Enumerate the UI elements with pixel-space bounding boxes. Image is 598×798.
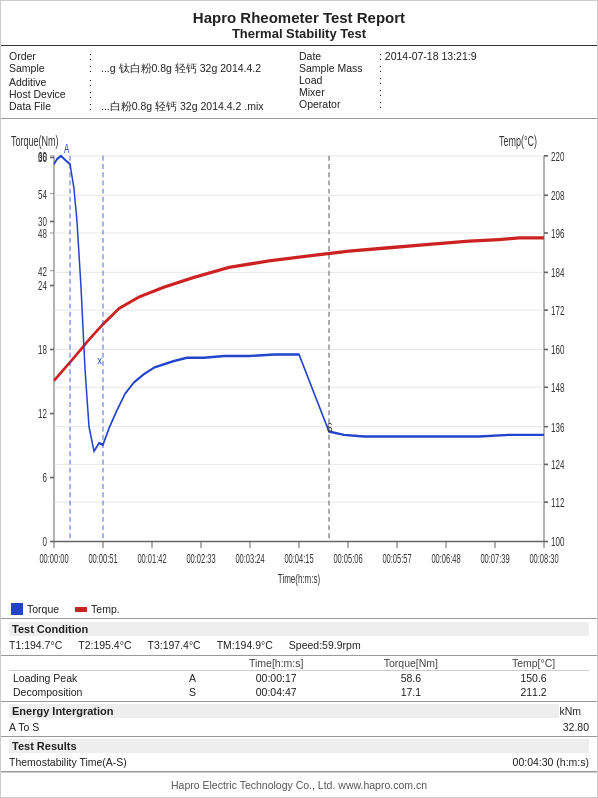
results-row: Themostability Time(A-S) 00:04:30 (h:m:s…: [9, 755, 589, 769]
svg-text:00:05:57: 00:05:57: [382, 552, 411, 565]
svg-text:220: 220: [551, 149, 564, 163]
svg-text:00:01:42: 00:01:42: [137, 552, 166, 565]
report-title-line2: Thermal Stability Test: [5, 26, 593, 41]
energy-section: Energy Intergration kNm A To S 32.80: [1, 702, 597, 737]
table-row: Loading Peak A 00:00:17 58.6 150.6: [9, 671, 589, 686]
svg-text:00:05:06: 00:05:06: [333, 552, 362, 565]
row2-code: S: [176, 685, 208, 699]
svg-text:00:03:24: 00:03:24: [235, 552, 264, 565]
svg-text:42: 42: [38, 264, 47, 278]
chart-container: Torque(Nm) Temp(°C) 0 6 12 18 24 30: [1, 119, 597, 601]
chart-svg: Torque(Nm) Temp(°C) 0 6 12 18 24 30: [9, 123, 589, 599]
svg-text:00:08:30: 00:08:30: [529, 552, 558, 565]
x-axis: 00:00:00 00:00:51 00:01:42 00:02:33 00:0…: [39, 542, 558, 585]
svg-text:48: 48: [38, 226, 47, 240]
meta-datafile-label: Data File: [9, 100, 89, 112]
table-row: Decomposition S 00:04:47 17.1 211.2: [9, 685, 589, 699]
svg-text:54: 54: [38, 186, 47, 200]
meta-host-label: Host Device: [9, 88, 89, 100]
svg-text:24: 24: [38, 278, 47, 292]
svg-text:196: 196: [551, 226, 564, 240]
svg-text:00:07:39: 00:07:39: [480, 552, 509, 565]
meta-data-file: Data File : ...白粉0.8g 轻钙 32g 2014.4.2 .m…: [9, 100, 299, 114]
conditions-row: T1:194.7°C T2:195.4°C T3:197.4°C TM:194.…: [9, 638, 589, 652]
condition-tm: TM:194.9°C: [217, 639, 273, 651]
legend-temp: Temp.: [75, 603, 120, 615]
energy-label: A To S: [9, 721, 39, 733]
col-header-temp: Temp[°C]: [478, 656, 589, 671]
y-axis-left: 0 6 12 18 24 30 36: [38, 150, 54, 549]
temp-curve: [54, 238, 544, 381]
svg-text:00:02:33: 00:02:33: [186, 552, 215, 565]
condition-t1: T1:194.7°C: [9, 639, 62, 651]
grid-lines: [54, 156, 544, 502]
row1-time: 00:00:17: [209, 671, 344, 686]
svg-text:184: 184: [551, 265, 564, 279]
col-header-torque: Torque[Nm]: [344, 656, 479, 671]
torque-axis-label: Torque(Nm): [11, 133, 58, 150]
svg-text:100: 100: [551, 534, 564, 548]
label-S: S: [327, 420, 332, 434]
row1-code: A: [176, 671, 208, 686]
svg-text:12: 12: [38, 406, 47, 420]
energy-title: Energy Intergration: [9, 704, 559, 718]
energy-row: A To S 32.80: [9, 720, 589, 734]
meta-mixer: Mixer :: [299, 86, 589, 98]
svg-text:6: 6: [43, 470, 47, 484]
svg-text:112: 112: [551, 495, 564, 509]
svg-text:00:00:00: 00:00:00: [39, 552, 68, 565]
meta-date-label: Date: [299, 50, 379, 62]
meta-load: Load :: [299, 74, 589, 86]
data-table: Time[h:m:s] Torque[Nm] Temp[°C] Loading …: [9, 656, 589, 699]
results-title: Test Results: [9, 739, 589, 753]
col-header-name: [9, 656, 176, 671]
meta-sample-value: ...g 钛白粉0.8g 轻钙 32g 2014.4.2: [101, 62, 261, 76]
torque-legend-label: Torque: [27, 603, 59, 615]
meta-order-label: Order: [9, 50, 89, 62]
page: Hapro Rheometer Test Report Thermal Stab…: [0, 0, 598, 798]
meta-datafile-value: ...白粉0.8g 轻钙 32g 2014.4.2 .mix: [101, 100, 264, 114]
marker-cross: ×: [97, 353, 102, 370]
svg-text:0: 0: [43, 534, 47, 548]
row2-torque: 17.1: [344, 685, 479, 699]
meta-host-device: Host Device :: [9, 88, 299, 100]
test-conditions-title: Test Condition: [9, 622, 589, 636]
row2-name: Decomposition: [9, 685, 176, 699]
svg-text:172: 172: [551, 303, 564, 317]
svg-text:136: 136: [551, 420, 564, 434]
table-header-row: Time[h:m:s] Torque[Nm] Temp[°C]: [9, 656, 589, 671]
temp-legend-icon: [75, 607, 87, 612]
legend-torque: Torque: [11, 603, 59, 615]
meta-date: Date : 2014-07-18 13:21:9: [299, 50, 589, 62]
svg-text:00:00:51: 00:00:51: [88, 552, 117, 565]
row2-temp: 211.2: [478, 685, 589, 699]
temp-axis-label: Temp(°C): [499, 133, 537, 150]
test-conditions-section: Test Condition T1:194.7°C T2:195.4°C T3:…: [1, 619, 597, 656]
temp-legend-label: Temp.: [91, 603, 120, 615]
svg-text:00:04:15: 00:04:15: [284, 552, 313, 565]
col-header-time: Time[h:m:s]: [209, 656, 344, 671]
y-axis-right: 100 112 124 136 148 160 172: [544, 149, 564, 549]
meta-load-label: Load: [299, 74, 379, 86]
energy-unit: kNm: [559, 705, 581, 717]
svg-text:00:06:48: 00:06:48: [431, 552, 460, 565]
meta-info: Order : Sample : ...g 钛白粉0.8g 轻钙 32g 201…: [1, 46, 597, 119]
meta-operator: Operator :: [299, 98, 589, 110]
footer-text: Hapro Electric Technology Co., Ltd. www.…: [171, 779, 427, 791]
meta-operator-label: Operator: [299, 98, 379, 110]
results-section: Test Results Themostability Time(A-S) 00…: [1, 737, 597, 772]
meta-additive: Additive :: [9, 76, 299, 88]
energy-value: 32.80: [563, 721, 589, 733]
results-label: Themostability Time(A-S): [9, 756, 127, 768]
meta-sample-mass: Sample Mass :: [299, 62, 589, 74]
meta-additive-label: Additive: [9, 76, 89, 88]
meta-left: Order : Sample : ...g 钛白粉0.8g 轻钙 32g 201…: [9, 50, 299, 114]
page-footer: Hapro Electric Technology Co., Ltd. www.…: [1, 772, 597, 797]
col-header-code: [176, 656, 208, 671]
condition-t2: T2:195.4°C: [78, 639, 131, 651]
row1-torque: 58.6: [344, 671, 479, 686]
svg-text:60: 60: [38, 149, 47, 163]
svg-text:148: 148: [551, 380, 564, 394]
meta-samplemass-label: Sample Mass: [299, 62, 379, 74]
report-header: Hapro Rheometer Test Report Thermal Stab…: [1, 1, 597, 46]
